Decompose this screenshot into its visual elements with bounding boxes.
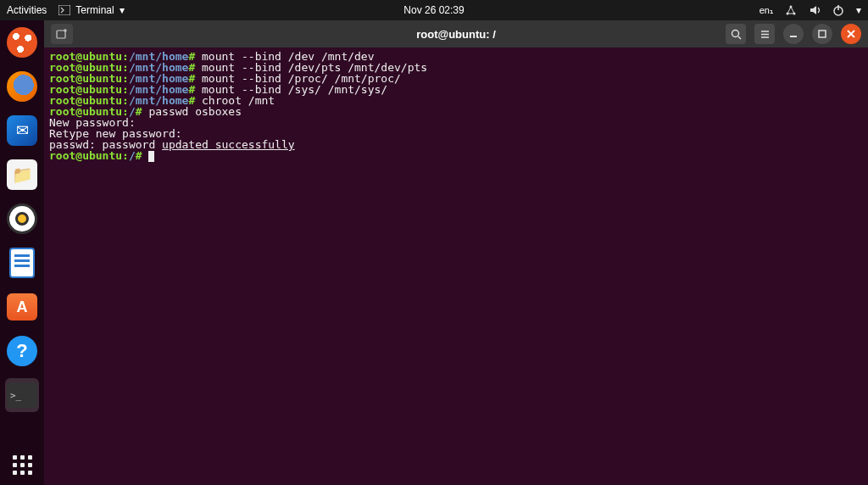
sound-icon[interactable] <box>809 4 821 16</box>
svg-rect-8 <box>790 36 797 37</box>
app-menu[interactable]: Terminal ▾ <box>58 4 124 16</box>
dropdown-arrow-icon: ▾ <box>120 4 125 16</box>
minimize-icon <box>788 29 798 39</box>
terminal-window: root@ubuntu: / root@ubuntu:/mnt/home# mo… <box>44 20 868 485</box>
svg-rect-0 <box>58 5 70 15</box>
show-applications-button[interactable] <box>13 455 32 475</box>
dock-ubuntu-software[interactable] <box>5 290 39 324</box>
search-button[interactable] <box>726 24 746 44</box>
dock-help[interactable] <box>5 334 39 368</box>
activities-button[interactable]: Activities <box>7 4 47 16</box>
dock-firefox[interactable] <box>5 70 39 103</box>
new-tab-button[interactable] <box>51 24 73 44</box>
search-icon <box>731 29 742 40</box>
dock-thunderbird[interactable] <box>5 114 39 148</box>
system-menu-arrow-icon[interactable]: ▾ <box>856 4 861 16</box>
network-icon[interactable] <box>785 4 797 16</box>
close-icon <box>846 29 856 39</box>
svg-rect-6 <box>57 31 65 38</box>
dock-ubuntu-dash[interactable] <box>5 25 39 59</box>
terminal-icon <box>58 5 70 15</box>
power-icon[interactable] <box>832 4 844 16</box>
terminal-line: root@ubuntu:/# passwd osboxes <box>49 106 863 117</box>
app-menu-label: Terminal <box>75 4 114 16</box>
dock-terminal[interactable] <box>5 378 39 412</box>
svg-rect-5 <box>837 5 839 10</box>
dock-files[interactable] <box>5 158 39 192</box>
maximize-icon <box>817 29 827 39</box>
close-button[interactable] <box>841 24 861 44</box>
clock[interactable]: Nov 26 02:39 <box>403 4 464 16</box>
maximize-button[interactable] <box>812 24 832 44</box>
terminal-line: passwd: password updated successfully <box>49 139 863 150</box>
dock-rhythmbox[interactable] <box>5 202 39 236</box>
new-tab-icon <box>56 28 68 40</box>
svg-point-7 <box>732 30 738 36</box>
window-titlebar[interactable]: root@ubuntu: / <box>44 20 868 47</box>
hamburger-menu-button[interactable] <box>754 24 775 44</box>
window-title: root@ubuntu: / <box>416 28 496 41</box>
svg-rect-9 <box>819 31 826 37</box>
dock-libreoffice-writer[interactable] <box>5 246 39 280</box>
terminal-output[interactable]: root@ubuntu:/mnt/home# mount --bind /dev… <box>44 47 868 485</box>
dock <box>0 20 44 485</box>
keyboard-layout[interactable]: en₁ <box>760 5 773 16</box>
top-panel: Activities Terminal ▾ Nov 26 02:39 en₁ ▾ <box>0 0 868 20</box>
hamburger-icon <box>760 29 771 40</box>
minimize-button[interactable] <box>783 24 804 44</box>
terminal-cursor <box>148 151 154 162</box>
terminal-line: root@ubuntu:/# <box>49 150 863 162</box>
